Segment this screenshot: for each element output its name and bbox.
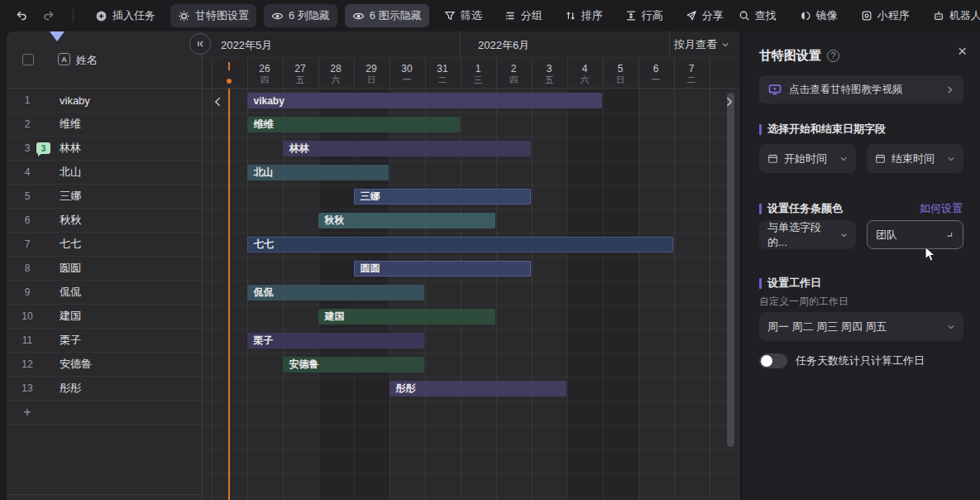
close-panel-button[interactable]: × <box>958 43 967 59</box>
row-height-button[interactable]: 行高 <box>618 4 671 27</box>
table-row[interactable]: 7七七 <box>7 233 202 257</box>
table-row[interactable]: 4北山 <box>7 161 202 185</box>
row-name-cell[interactable]: 侃侃 <box>60 281 81 304</box>
table-row[interactable]: 10建国 <box>7 305 202 329</box>
scroll-to-start-button[interactable] <box>189 33 211 55</box>
redo-button[interactable] <box>39 6 59 26</box>
grid-hline <box>203 449 740 450</box>
gantt-bar[interactable]: 栗子 <box>247 333 424 349</box>
row-name-cell[interactable]: 北山 <box>60 161 81 184</box>
undo-button[interactable] <box>12 6 31 26</box>
hidden-columns-button[interactable]: 6 列隐藏 <box>264 4 337 27</box>
share-button[interactable]: 分享 <box>678 4 731 27</box>
filter-label: 筛选 <box>461 8 482 23</box>
insert-task-button[interactable]: 插入任务 <box>88 4 163 27</box>
table-row[interactable]: 9侃侃 <box>7 281 202 305</box>
gantt-bar[interactable]: 秋秋 <box>318 213 495 228</box>
section-date-fields-label: 选择开始和结束日期字段 <box>767 122 886 137</box>
color-mode-select[interactable]: 与单选字段的... <box>759 220 856 249</box>
gantt-bar[interactable]: vikaby <box>247 93 602 108</box>
table-row[interactable]: 5三娜 <box>7 185 202 209</box>
row-name-cell[interactable]: 圆圆 <box>60 257 81 280</box>
start-date-select[interactable]: 开始时间 <box>759 144 856 173</box>
video-banner-label: 点击查看甘特图教学视频 <box>789 83 903 97</box>
workday-only-toggle[interactable] <box>759 353 787 368</box>
gantt-bar[interactable]: 建国 <box>318 309 495 325</box>
gantt-app: 插入任务 甘特图设置 6 列隐藏 6 图示隐藏 筛选 分组 <box>0 0 980 500</box>
table-row[interactable]: 8圆圆 <box>7 257 202 281</box>
table-row[interactable]: 13彤彤 <box>7 377 202 401</box>
gantt-bar-label: 北山 <box>254 166 274 180</box>
row-name-cell[interactable]: 三娜 <box>60 185 81 208</box>
row-number: 4 <box>7 161 48 184</box>
panel-title-text: 甘特图设置 <box>759 48 821 64</box>
table-row[interactable]: 2维维 <box>7 113 202 137</box>
view-mode-dropdown[interactable]: 按月查看 <box>674 37 729 52</box>
row-name-cell[interactable]: vikaby <box>60 89 90 112</box>
row-number: 10 <box>7 305 48 328</box>
grid-hline <box>203 233 740 233</box>
gantt-bar[interactable]: 圆圆 <box>354 261 531 276</box>
gantt-bar[interactable]: 彤彤 <box>390 381 566 397</box>
sort-button[interactable]: 排序 <box>557 4 610 27</box>
scroll-right-button[interactable] <box>724 96 734 108</box>
row-name-cell[interactable]: 七七 <box>60 233 81 256</box>
robot-button[interactable]: 机器人 <box>925 4 980 27</box>
gantt-bar-label: 秋秋 <box>325 214 345 228</box>
tutorial-video-banner[interactable]: 点击查看甘特图教学视频 <box>759 75 963 103</box>
row-name-cell[interactable]: 安德鲁 <box>60 353 92 376</box>
hidden-charts-button[interactable]: 6 图示隐藏 <box>345 4 429 27</box>
section-accent-bar <box>759 278 762 289</box>
how-to-set-link[interactable]: 如何设置 <box>920 201 963 216</box>
gantt-bar-label: 三娜 <box>361 190 380 204</box>
table-header: A 姓名 <box>7 31 202 89</box>
table-footer-scrollbar[interactable] <box>7 494 202 500</box>
section-bar-color-label: 设置任务条颜色 <box>767 201 843 216</box>
search-label: 查找 <box>755 8 777 23</box>
workdays-select[interactable]: 周一 周二 周三 周四 周五 <box>759 312 963 341</box>
row-number: 9 <box>7 281 48 304</box>
row-name-cell[interactable]: 维维 <box>60 113 81 136</box>
gantt-bar[interactable]: 侃侃 <box>247 285 424 300</box>
gantt-settings-panel: 甘特图设置 ? × 点击查看甘特图教学视频 选择开始和结束日期字段 开始时间 结… <box>741 31 980 500</box>
row-name-cell[interactable]: 建国 <box>60 305 81 328</box>
row-name-cell[interactable]: 林林 <box>60 137 81 160</box>
row-name-cell[interactable]: 秋秋 <box>60 209 81 232</box>
table-row[interactable]: 33林林 <box>7 137 202 161</box>
table-row[interactable]: 11栗子 <box>7 329 202 353</box>
mirror-label: 镜像 <box>816 8 838 23</box>
grid-hline <box>203 161 740 161</box>
comment-count-badge[interactable]: 3 <box>36 142 50 154</box>
mirror-button[interactable]: 镜像 <box>792 4 845 27</box>
filter-button[interactable]: 筛选 <box>437 4 490 27</box>
add-record-row[interactable]: + <box>7 401 202 425</box>
robot-icon <box>933 10 944 22</box>
row-name-cell[interactable]: 彤彤 <box>60 377 81 400</box>
scroll-left-button[interactable] <box>213 96 222 108</box>
gantt-settings-button[interactable]: 甘特图设置 <box>170 4 256 27</box>
month-label-june: 2022年6月 <box>478 38 529 53</box>
gantt-bar[interactable]: 三娜 <box>354 189 531 204</box>
gantt-bar[interactable]: 七七 <box>247 237 673 252</box>
month-divider <box>460 31 461 58</box>
gantt-bar[interactable]: 安德鲁 <box>283 357 424 373</box>
search-button[interactable]: 查找 <box>731 4 784 27</box>
end-date-select[interactable]: 结束时间 <box>867 144 963 173</box>
group-button[interactable]: 分组 <box>497 4 550 27</box>
table-row[interactable]: 12安德鲁 <box>7 353 202 377</box>
gantt-vertical-scrollbar[interactable] <box>727 93 734 447</box>
widget-button[interactable]: 小程序 <box>853 4 917 27</box>
funnel-icon <box>444 10 456 22</box>
gantt-bar[interactable]: 北山 <box>247 165 389 180</box>
gantt-bar[interactable]: 林林 <box>283 141 531 156</box>
table-row[interactable]: 6秋秋 <box>7 209 202 233</box>
name-column-header[interactable]: 姓名 <box>76 53 98 68</box>
gantt-bar[interactable]: 维维 <box>247 117 460 132</box>
color-field-select[interactable]: 团队 <box>867 220 963 249</box>
help-icon[interactable]: ? <box>827 50 839 62</box>
table-row[interactable]: 1vikaby <box>7 89 202 113</box>
month-divider <box>669 31 670 58</box>
row-number: 6 <box>7 209 48 232</box>
select-all-checkbox[interactable] <box>22 54 34 65</box>
row-name-cell[interactable]: 栗子 <box>60 329 81 352</box>
